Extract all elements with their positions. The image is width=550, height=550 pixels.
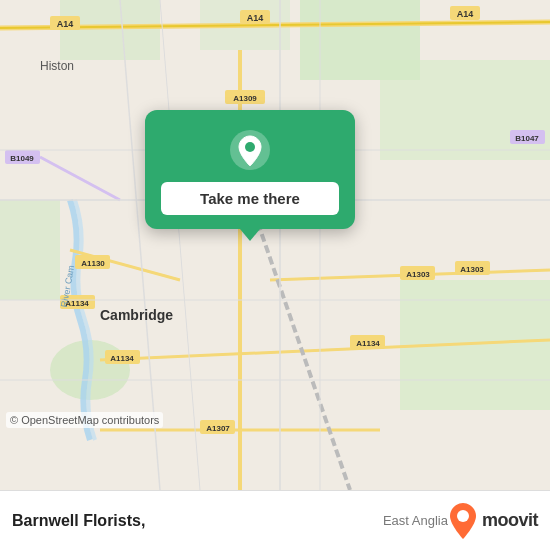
take-me-there-button[interactable]: Take me there <box>161 182 339 215</box>
svg-text:A1134: A1134 <box>356 339 380 348</box>
svg-text:A1307: A1307 <box>206 424 230 433</box>
svg-text:A1130: A1130 <box>81 259 105 268</box>
svg-text:A1303: A1303 <box>460 265 484 274</box>
popup-card: Take me there <box>145 110 355 229</box>
svg-text:Histon: Histon <box>40 59 74 73</box>
place-region: East Anglia <box>383 513 448 528</box>
map-container: A14 A14 A14 A1309 A1134 A1134 A1303 A130… <box>0 0 550 490</box>
place-name: Barnwell Florists, <box>12 512 377 530</box>
svg-text:A1309: A1309 <box>233 94 257 103</box>
moovit-text: moovit <box>482 510 538 531</box>
svg-text:A14: A14 <box>247 13 264 23</box>
moovit-pin-icon <box>448 503 478 539</box>
moovit-logo: moovit <box>448 503 538 539</box>
svg-rect-2 <box>380 60 550 160</box>
copyright-text: © OpenStreetMap contributors <box>6 412 163 428</box>
svg-text:A14: A14 <box>57 19 74 29</box>
svg-text:B1047: B1047 <box>515 134 539 143</box>
svg-text:A14: A14 <box>457 9 474 19</box>
svg-point-55 <box>245 142 255 152</box>
svg-text:A1303: A1303 <box>406 270 430 279</box>
svg-rect-4 <box>0 200 60 300</box>
svg-text:A1134: A1134 <box>110 354 134 363</box>
svg-text:Cambridge: Cambridge <box>100 307 173 323</box>
bottom-bar: Barnwell Florists, East Anglia moovit <box>0 490 550 550</box>
location-pin-icon <box>228 128 272 172</box>
svg-text:B1049: B1049 <box>10 154 34 163</box>
svg-point-56 <box>457 510 469 522</box>
